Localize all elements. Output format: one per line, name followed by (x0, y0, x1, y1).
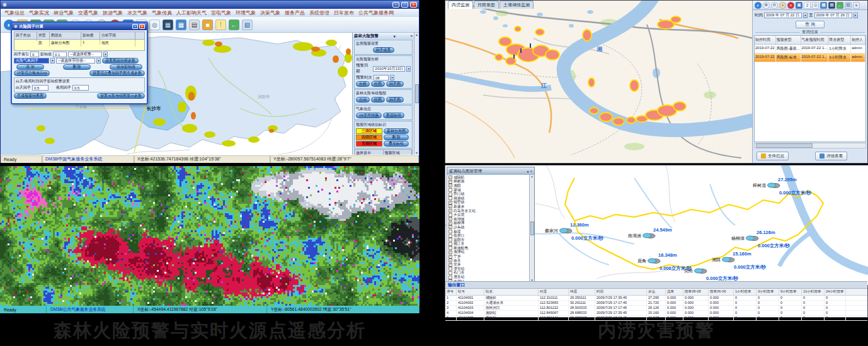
image-icon[interactable]: ▧ (242, 20, 253, 30)
stop-icon[interactable]: × (787, 2, 794, 9)
zoom-in-icon[interactable]: ⊕ (763, 2, 770, 9)
table-row[interactable]: 441104004湘阴站112.84506728.6883332009/7/29… (445, 311, 867, 316)
menu-item-6[interactable]: 气象传真 (152, 9, 172, 16)
pin-icon[interactable]: ▾ (394, 34, 396, 38)
zone-button-1[interactable]: 删 除 (384, 135, 409, 140)
menu-item-10[interactable]: 决策气象 (260, 9, 280, 16)
street-map[interactable]: 湘江 内涝监测日雨量图土壤墒情监测 (445, 1, 753, 163)
factor-table-row[interactable]: 面森林分布图1地类 (14, 40, 145, 51)
layers-dark-icon[interactable]: ▦ (828, 2, 835, 9)
back-icon[interactable]: ← (837, 2, 843, 9)
checkbox[interactable] (448, 276, 452, 279)
scroll-up-icon[interactable]: ▲ (530, 175, 533, 178)
checkbox[interactable] (448, 196, 452, 200)
delete-button[interactable]: 删 除 (63, 64, 91, 70)
query-button[interactable]: 查 询 (796, 21, 825, 28)
compute-grid-button[interactable]: 计算综合格点Grid (14, 70, 50, 76)
menu-item-11[interactable]: 服务产品 (285, 9, 305, 16)
menu-item-9[interactable]: 环境气象 (236, 9, 256, 16)
back-icon[interactable]: ← (229, 20, 239, 30)
image-icon[interactable]: ▧ (845, 2, 852, 9)
checkbox[interactable]: ✓ (448, 176, 452, 179)
panel-scrollbar[interactable]: ▲▼ (414, 33, 419, 155)
checkbox[interactable]: ✓ (448, 204, 452, 208)
file-info-button[interactable]: 文件信息 (757, 152, 789, 160)
checkbox[interactable] (448, 238, 452, 242)
dialog-minimize-button[interactable]: − (132, 24, 138, 29)
analysis-button-0[interactable]: 分析 (356, 81, 370, 87)
menu-item-14[interactable]: 公共气象服务网 (358, 9, 394, 16)
checkbox[interactable]: ✓ (448, 180, 452, 184)
chevron-down-icon[interactable]: ▼ (803, 13, 808, 18)
table-row[interactable]: 541104005鹿角站112.87444429.0966672009/7/29… (445, 316, 867, 321)
menu-item-5[interactable]: 水文气象 (127, 9, 147, 16)
tab-2[interactable]: 土壤墒情监测 (500, 1, 534, 9)
analysis-button-2[interactable]: 因子图 (386, 81, 404, 87)
search-map-icon[interactable]: ◎ (812, 2, 819, 9)
vehicle-icon[interactable]: ■ (202, 20, 213, 30)
chevron-down-icon[interactable]: ▼ (103, 52, 108, 57)
scroll-thumb[interactable] (756, 143, 813, 148)
scroll-down-icon[interactable]: ▼ (415, 151, 418, 155)
satellite-false-color-image[interactable] (0, 166, 420, 306)
close-button[interactable]: × (410, 2, 417, 8)
save-impact-button[interactable]: 保存影响值 (110, 64, 142, 70)
table-row[interactable]: 141104001城陵矶112.31011129.3501112009/7/29… (445, 296, 867, 301)
chevron-down-icon[interactable]: ▼ (50, 58, 55, 64)
forecast-button-2[interactable]: 因子图 (386, 97, 404, 103)
warning-date-field[interactable]: 2010年10月13日 (373, 66, 405, 72)
window-titlebar[interactable]: − □ × (1, 1, 419, 9)
print-icon[interactable]: ▤ (189, 20, 200, 30)
warning-result-table[interactable]: 制作时间预警类型气象预报时间降水类型制作人 2019-07-22 1...风险图… (754, 35, 866, 142)
menu-item-2[interactable]: 林业气象 (54, 9, 74, 16)
checkbox[interactable]: ✓ (448, 209, 452, 213)
close-icon[interactable]: × (853, 2, 860, 9)
checkbox[interactable]: ✓ (448, 221, 452, 225)
menu-item-12[interactable]: 系统管理 (309, 9, 329, 16)
collapse-icon[interactable]: ▾ (527, 169, 528, 174)
checkbox[interactable] (448, 242, 452, 246)
layer-panel-titlebar[interactable]: 监测站点图层管理 ▾ × (447, 167, 534, 175)
table-row[interactable]: 2019-07-22 1...风险图-暴雨...2019-07-22 1...1… (755, 45, 865, 53)
factor-settings-button[interactable]: 因子设置 (373, 47, 394, 53)
checkbox[interactable] (448, 213, 452, 217)
menu-item-8[interactable]: 雷电气象 (211, 9, 231, 16)
checkbox[interactable]: ✓ (448, 250, 452, 254)
menu-item-13[interactable]: 日常发布 (334, 9, 354, 16)
night-factor-input[interactable]: 0.5 (72, 85, 89, 91)
dialog-close-button[interactable]: × (139, 24, 145, 29)
chevron-down-icon[interactable]: ▼ (390, 75, 394, 81)
globe-icon[interactable]: ◐ (755, 2, 762, 9)
close-icon[interactable]: × (530, 169, 532, 173)
scroll-thumb[interactable] (415, 84, 419, 103)
horizontal-scrollbar[interactable] (754, 143, 866, 148)
table-row[interactable]: 241104002大通湖水库112.52368330.2611112009/7/… (445, 301, 867, 306)
menu-item-7[interactable]: 人工影响天气 (176, 9, 207, 16)
checkbox[interactable] (448, 188, 452, 192)
layers-dark-icon[interactable]: ▦ (163, 20, 173, 30)
chevron-down-icon[interactable]: ▼ (96, 58, 101, 64)
weight-select[interactable]: --请选择权重-- (68, 52, 102, 57)
detail-view-button[interactable]: 详情查看 (815, 152, 847, 160)
tab-0[interactable]: 内涝监测 (448, 1, 473, 9)
page2-icon[interactable]: 2 (804, 2, 811, 9)
output-tab[interactable]: 输出窗口 (445, 282, 867, 289)
list-scrollbar[interactable]: ▲▼ (529, 175, 534, 282)
factor-index-input[interactable]: 0 (30, 52, 39, 57)
menu-item-0[interactable]: 气象信息 (4, 9, 25, 16)
set-layer-params-button[interactable]: 设置图层分析参数 (102, 58, 139, 64)
close-icon[interactable]: × (411, 34, 413, 38)
checkbox[interactable]: ✓ (448, 225, 452, 229)
checkbox[interactable]: ✓ (448, 255, 452, 259)
weather-button-0[interactable]: xls文件转换 (356, 113, 382, 118)
panel-header[interactable]: 森林火险预警 ▾ × (353, 33, 414, 39)
checkbox[interactable]: ✓ (448, 217, 452, 221)
impact-input[interactable]: 0.1 (53, 52, 67, 57)
pan-hand-icon[interactable]: + (779, 2, 786, 9)
set-overlay-params-button[interactable]: 设置综合叠加因子图生成参数 (89, 70, 145, 76)
checkbox[interactable] (448, 230, 452, 233)
factor-select[interactable]: 火险气象因子 (14, 58, 49, 64)
zone-button-0[interactable]: 森林分布图 (384, 128, 409, 134)
checkbox[interactable]: ✓ (448, 263, 452, 267)
checkbox[interactable]: ✓ (448, 259, 452, 262)
